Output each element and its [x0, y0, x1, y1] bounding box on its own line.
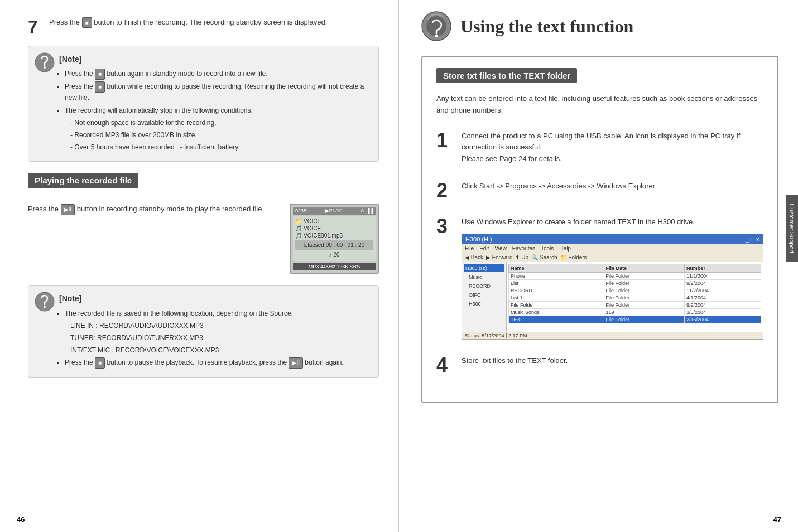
table-row: RECORD File Folder 11/7/2004	[509, 287, 761, 294]
device-folder-icon-3: 🎵	[295, 233, 302, 239]
right-title: Using the text function	[460, 16, 633, 37]
playing-description: Press the ▶II button in recording standb…	[28, 204, 278, 215]
explorer-sidebar: H300 (H:) Music RECORD OIFC H300	[462, 262, 507, 336]
menu-help: Help	[559, 245, 571, 252]
play-btn-note2: ▶II	[289, 357, 303, 369]
table-row: File Folder File Folder 9/9/2004	[509, 301, 761, 308]
sidebar-oifc: OIFC	[464, 291, 504, 299]
sidebar-record: RECORD	[464, 282, 504, 290]
col-date: File Date	[604, 264, 684, 272]
note-box-2: [Note] The recorded file is saved in the…	[28, 285, 379, 378]
row-name: List	[509, 279, 604, 287]
note1-title: [Note]	[59, 53, 370, 65]
device-id: 0235	[295, 208, 306, 214]
row-date: 3/5/2004	[684, 308, 761, 316]
playing-section-header: Playing the recorded file	[28, 173, 138, 188]
explorer-menubar: File Edit View Favorites Tools Help	[462, 244, 763, 253]
row-type: File Folder	[604, 272, 684, 279]
right-step-3-content: Use Windows Explorer to create a folder …	[462, 216, 763, 228]
toolbar-folders: 📁 Folders	[560, 254, 587, 260]
note2-item-1: LINE IN : RECORD\AUDIO\AUDIOXXX.MP3	[65, 321, 370, 331]
note1-item-2: Press the ■ button while recording to pa…	[65, 81, 370, 103]
step-7-block: 7 Press the ■ button to finish the recor…	[28, 17, 379, 36]
playing-content: Press the ▶II button in recording standb…	[28, 204, 379, 274]
note1-item-1: Press the ■ button again in standby mode…	[65, 69, 370, 80]
pause-btn-note1: ■	[95, 81, 105, 93]
pause-btn-note2: ■	[95, 357, 105, 369]
explorer-body: H300 (H:) Music RECORD OIFC H300 Name	[462, 262, 763, 336]
right-page: Using the text function Store txt files …	[399, 0, 798, 532]
row-name: File Folder	[509, 301, 604, 308]
row-type: File Folder	[604, 294, 684, 301]
menu-tools: Tools	[541, 245, 554, 252]
note2-list: The recorded file is saved in the follow…	[59, 308, 370, 369]
playing-desc1: Press the	[28, 205, 59, 213]
intro-text: Any text can be entered into a text file…	[436, 93, 763, 117]
table-row: Music Songs 119 3/5/2004	[509, 308, 761, 316]
device-screen-mockup: 0235 ▶PLAY ⊙ ▐▐ 📁 VOICE 🎵 VOICE 🎵	[290, 204, 379, 274]
right-step-3: 3 Use Windows Explorer to create a folde…	[436, 216, 763, 340]
elapsed-time: 00 : 00 I 01 : 20	[326, 242, 365, 248]
step-7-number: 7	[28, 18, 49, 36]
table-row: Phone File Folder 11/1/2004	[509, 272, 761, 279]
right-step-4-num: 4	[436, 355, 453, 375]
row-type: File Folder	[604, 279, 684, 287]
right-title-row: Using the text function	[421, 11, 778, 42]
menu-favorites: Favorites	[512, 245, 535, 252]
toolbar-up: ⬆ Up	[515, 254, 528, 260]
menu-edit: Edit	[479, 245, 489, 252]
explorer-status: Status: 5/17/2004 | 2:17 PM	[462, 332, 763, 339]
windows-explorer-screenshot: H300 (H:) _ □ × File Edit View Favorites…	[462, 234, 763, 340]
device-row-3: 🎵 VOICE001.mp3	[295, 233, 373, 239]
row-date: 11/1/2004	[684, 272, 761, 279]
row-date: 4/1/2004	[684, 294, 761, 301]
device-top-bar: 0235 ▶PLAY ⊙ ▐▐	[293, 207, 376, 215]
stop-btn-note1: ■	[95, 69, 105, 80]
right-step-1: 1 Connect the product to a PC using the …	[436, 130, 763, 165]
row-date: 11/7/2004	[684, 287, 761, 294]
play-button-inline: ▶II	[61, 204, 75, 215]
svg-point-6	[435, 35, 438, 37]
right-step-2-num: 2	[436, 181, 453, 201]
side-tab: Customer Support	[786, 195, 798, 262]
playing-desc2: button in recording standby mode to play…	[77, 205, 262, 213]
playing-section: Playing the recorded file Press the ▶II …	[28, 173, 379, 274]
right-page-number: 47	[773, 515, 781, 524]
device-row-1: 📁 VOICE	[295, 218, 373, 224]
device-label-1: VOICE	[304, 218, 321, 224]
row-name: Phone	[509, 272, 604, 279]
toolbar-forward: ▶ Forward	[486, 254, 512, 260]
device-bottom-bar: MP3 44KHz 128K SRS	[293, 263, 376, 270]
row-name: List 1	[509, 294, 604, 301]
device-folder-icon-2: 🎵	[295, 225, 302, 231]
note2-title: [Note]	[59, 292, 370, 304]
table-row-selected: TEXT File Folder 2/15/2004	[509, 316, 761, 323]
row-type-selected: File Folder	[604, 316, 684, 323]
right-section-header: Store txt files to the TEXT folder	[436, 68, 577, 83]
row-name: Music Songs	[509, 308, 604, 316]
device-label-3: VOICE001.mp3	[304, 233, 343, 239]
note2-item-0: The recorded file is saved in the follow…	[65, 308, 370, 319]
note2-item-4: Press the ■ button to pause the playback…	[65, 357, 370, 369]
row-type: 119	[604, 308, 684, 316]
right-step-3-num: 3	[436, 216, 453, 236]
row-type: File Folder	[604, 301, 684, 308]
note1-item-3: The recording will automatically stop in…	[65, 105, 370, 116]
note-icon-2	[34, 291, 55, 312]
explorer-titlebar: H300 (H:) _ □ ×	[462, 234, 763, 244]
menu-file: File	[465, 245, 474, 252]
sidebar-h300-b: H300	[464, 300, 504, 308]
row-name: RECORD	[509, 287, 604, 294]
right-step-1-num: 1	[436, 130, 453, 151]
device-body: 📁 VOICE 🎵 VOICE 🎵 VOICE001.mp3 Elapsed 0…	[293, 216, 376, 261]
right-step-1-content: Connect the product to a PC using the US…	[462, 130, 763, 165]
explorer-table: Name File Date Number Phone File Folder	[508, 264, 761, 323]
note1-item-6: - Over 5 hours have been recorded - Insu…	[65, 142, 370, 153]
explorer-window-controls: _ □ ×	[746, 236, 759, 243]
stop-button-icon: ■	[82, 17, 92, 28]
device-folder-icon-1: 📁	[295, 218, 302, 224]
explorer-main: Name File Date Number Phone File Folder	[507, 262, 763, 336]
note2-item-2: TUNER: RECORD\AUDIO\TUNERXXX.MP3	[65, 333, 370, 344]
device-label-2: VOICE	[304, 225, 321, 231]
row-date: 9/9/2004	[684, 279, 761, 287]
